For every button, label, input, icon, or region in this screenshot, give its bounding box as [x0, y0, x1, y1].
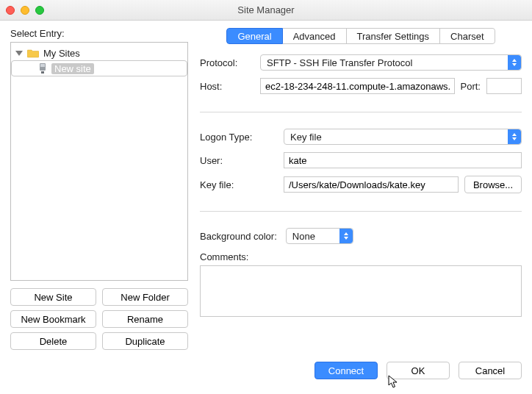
- new-folder-button[interactable]: New Folder: [102, 288, 188, 306]
- svg-rect-1: [40, 64, 45, 67]
- comments-textarea[interactable]: [200, 265, 522, 317]
- folder-icon: [27, 49, 39, 58]
- divider: [200, 211, 522, 212]
- updown-icon: [339, 229, 353, 243]
- ok-button[interactable]: OK: [387, 362, 450, 379]
- user-label: User:: [200, 155, 278, 166]
- delete-button[interactable]: Delete: [10, 332, 96, 350]
- tab-bar: General Advanced Transfer Settings Chars…: [200, 28, 522, 44]
- tree-item-new-site[interactable]: New site: [11, 60, 187, 76]
- logon-type-label: Logon Type:: [200, 132, 278, 143]
- bgcolor-value: None: [292, 231, 315, 242]
- divider: [200, 112, 522, 112]
- tree-root-label: My Sites: [43, 48, 80, 59]
- left-pane: Select Entry: My Sites New site New Site…: [10, 28, 188, 350]
- general-form: Protocol: SFTP - SSH File Transfer Proto…: [200, 54, 522, 319]
- logon-type-value: Key file: [290, 132, 322, 143]
- keyfile-input[interactable]: [284, 176, 459, 193]
- bgcolor-label: Background color:: [200, 231, 277, 242]
- server-icon: [38, 63, 47, 74]
- rename-button[interactable]: Rename: [102, 310, 188, 328]
- select-entry-label: Select Entry:: [10, 28, 188, 39]
- logon-type-select[interactable]: Key file: [284, 129, 522, 145]
- updown-icon: [508, 129, 521, 144]
- tree-root[interactable]: My Sites: [11, 46, 187, 60]
- site-buttons: New Site New Folder New Bookmark Rename …: [10, 288, 188, 350]
- port-label: Port:: [461, 81, 481, 92]
- protocol-select[interactable]: SFTP - SSH File Transfer Protocol: [260, 54, 522, 71]
- dialog-footer: Connect OK Cancel: [0, 350, 532, 390]
- bgcolor-select[interactable]: None: [286, 228, 353, 244]
- protocol-value: SFTP - SSH File Transfer Protocol: [267, 57, 412, 68]
- tab-charset[interactable]: Charset: [440, 28, 495, 44]
- chevron-down-icon[interactable]: [15, 51, 23, 56]
- tab-transfer-settings[interactable]: Transfer Settings: [347, 28, 441, 44]
- new-bookmark-button[interactable]: New Bookmark: [10, 310, 96, 328]
- tab-advanced[interactable]: Advanced: [283, 28, 347, 44]
- site-tree[interactable]: My Sites New site: [10, 42, 188, 281]
- host-label: Host:: [200, 81, 254, 92]
- svg-rect-2: [41, 71, 44, 74]
- duplicate-button[interactable]: Duplicate: [102, 332, 188, 350]
- new-site-button[interactable]: New Site: [10, 288, 96, 306]
- titlebar: Site Manager: [0, 0, 532, 21]
- updown-icon: [508, 55, 521, 70]
- comments-label: Comments:: [200, 251, 522, 262]
- user-input[interactable]: [284, 152, 522, 168]
- connect-button[interactable]: Connect: [314, 362, 378, 379]
- protocol-label: Protocol:: [200, 57, 254, 68]
- browse-button[interactable]: Browse...: [464, 176, 522, 193]
- port-input[interactable]: [486, 78, 522, 94]
- window-title: Site Manager: [0, 4, 532, 15]
- right-pane: General Advanced Transfer Settings Chars…: [200, 28, 522, 350]
- tab-general[interactable]: General: [226, 28, 282, 44]
- host-input[interactable]: [260, 78, 455, 94]
- keyfile-label: Key file:: [200, 179, 278, 190]
- tree-item-label: New site: [51, 63, 94, 74]
- cancel-button[interactable]: Cancel: [459, 362, 522, 379]
